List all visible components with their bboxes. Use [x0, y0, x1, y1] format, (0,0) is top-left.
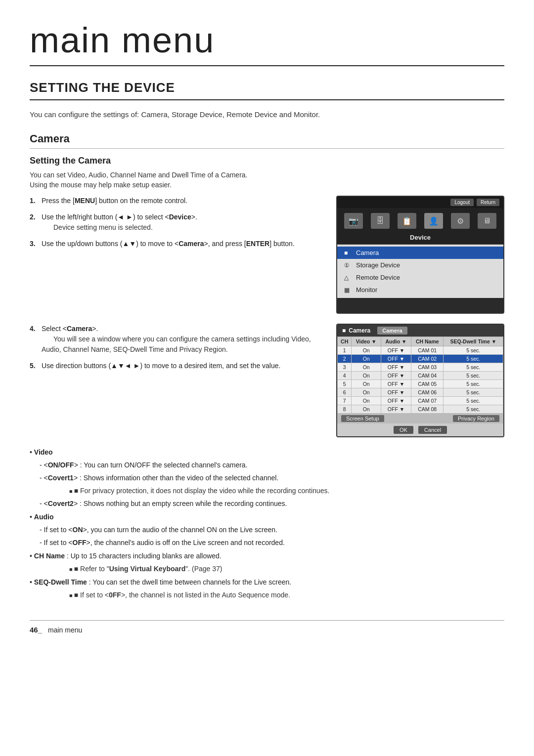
camera-screenshot-column: ■ Camera Camera CH Video ▼ Audio ▼ CH Na… [336, 324, 504, 437]
menu-item-remote[interactable]: △ Remote Device [337, 271, 503, 284]
camera-tab[interactable]: Camera [377, 327, 407, 335]
table-row: 2OnOFF ▼CAM 025 sec. [338, 355, 503, 363]
table-row: 8OnOFF ▼CAM 085 sec. [338, 405, 503, 414]
menu-item-monitor-label: Monitor [356, 286, 377, 294]
ok-button[interactable]: OK [394, 426, 413, 434]
monitor-menu-icon: ▦ [344, 287, 352, 294]
remote-menu-icon: △ [344, 274, 352, 281]
chname-bullet: • CH Name : Up to 15 characters includin… [30, 551, 504, 561]
monitor-icon: 🖥 [478, 213, 496, 229]
table-header-row: CH Video ▼ Audio ▼ CH Name SEQ-Dwell Tim… [338, 337, 503, 346]
doc-icon: 📋 [398, 213, 416, 229]
steps-4-5-list: 4. Select <Camera>. You will see a windo… [30, 324, 321, 371]
menu-item-remote-label: Remote Device [356, 274, 400, 281]
step-2: 2. Use the left/right button (◄ ►) to se… [30, 212, 321, 233]
col-ch: CH [338, 337, 352, 346]
step-4-sub: You will see a window where you can conf… [42, 335, 311, 353]
seqdwell-note: ■ If set to <0FF>, the channel is not li… [49, 590, 504, 600]
col-chname: CH Name [411, 337, 444, 346]
device-label: Device [337, 232, 503, 245]
camera-screenshot-header: ■ Camera Camera [337, 325, 503, 336]
camera-header-label: Camera [349, 327, 370, 334]
device-menu-items: ■ Camera ① Storage Device △ Remote Devic… [337, 245, 503, 298]
seqdwell-note-text: ■ If set to <0FF>, the channel is not li… [69, 590, 504, 600]
screenshot-column: Logout Return 📷 🗄 📋 👤 ⚙ 🖥 Device ■ Camer… [336, 196, 504, 314]
step-3: 3. Use the up/down buttons (▲▼) to move … [30, 239, 321, 249]
settings-icon: ⚙ [451, 213, 470, 229]
storage-menu-icon: ① [344, 262, 352, 269]
menu-item-monitor[interactable]: ▦ Monitor [337, 284, 503, 296]
page-footer: 46_ main menu [30, 620, 504, 634]
storage-icon: 🗄 [371, 213, 390, 229]
camera-desc2: Using the mouse may help make setup easi… [30, 181, 504, 189]
covert1-note: ■ For privacy protection, it does not di… [49, 486, 504, 496]
audio-bullet-header: • Audio [30, 512, 504, 522]
table-row: 3OnOFF ▼CAM 035 sec. [338, 363, 503, 372]
step-1: 1. Press the [MENU] button on the remote… [30, 196, 321, 206]
step4-column: 4. Select <Camera>. You will see a windo… [30, 324, 321, 437]
camera-footer: OK Cancel [337, 423, 503, 436]
table-row: 4OnOFF ▼CAM 045 sec. [338, 372, 503, 380]
chname-note: ■ Refer to "Using Virtual Keyboard". (Pa… [49, 564, 504, 574]
covert1-note-text: ■ For privacy protection, it does not di… [69, 486, 504, 496]
camera-icon: 📷 [344, 213, 363, 229]
menu-item-storage-label: Storage Device [356, 261, 400, 269]
step4-and-camera-screenshot: 4. Select <Camera>. You will see a windo… [30, 324, 504, 437]
page-number: 46_ [30, 626, 42, 634]
audio-on: - If set to <ON>, you can turn the audio… [40, 525, 504, 535]
audio-sub-bullets: - If set to <ON>, you can turn the audio… [40, 525, 504, 548]
menu-item-camera[interactable]: ■ Camera [337, 247, 503, 259]
step-4: 4. Select <Camera>. You will see a windo… [30, 324, 321, 355]
camera-settings-table: CH Video ▼ Audio ▼ CH Name SEQ-Dwell Tim… [337, 336, 503, 414]
screen-setup-button[interactable]: Screen Setup [341, 415, 384, 422]
camera-header-icon: ■ [342, 327, 346, 334]
steps-column: 1. Press the [MENU] button on the remote… [30, 196, 321, 314]
camera-action-buttons: OK Cancel [342, 426, 498, 434]
video-sub-bullets: - <ON/OFF> : You can turn ON/OFF the sel… [40, 460, 504, 509]
privacy-region-button[interactable]: Privacy Region [453, 415, 499, 422]
section-heading: SETTING THE DEVICE [30, 80, 504, 100]
setting-camera-heading: Setting the Camera [30, 156, 504, 166]
seqdwell-bullet: • SEQ-Dwell Time : You can set the dwell… [30, 577, 504, 588]
col-video: Video ▼ [352, 337, 381, 346]
person-icon: 👤 [424, 213, 443, 229]
menu-item-storage[interactable]: ① Storage Device [337, 259, 503, 271]
table-row: 7OnOFF ▼CAM 075 sec. [338, 397, 503, 405]
intro-text: You can configure the settings of: Camer… [30, 110, 504, 119]
screenshot-top-bar: Logout Return [337, 197, 503, 208]
table-row: 1OnOFF ▼CAM 015 sec. [338, 346, 503, 355]
video-on-off: - <ON/OFF> : You can turn ON/OFF the sel… [40, 460, 504, 470]
camera-section-heading: Camera [30, 132, 504, 149]
steps-list: 1. Press the [MENU] button on the remote… [30, 196, 321, 249]
logout-button[interactable]: Logout [450, 199, 474, 206]
video-bullet-header: • Video [30, 447, 504, 458]
chname-note-text: ■ Refer to "Using Virtual Keyboard". (Pa… [69, 564, 504, 574]
return-button[interactable]: Return [477, 199, 499, 206]
camera-menu-icon: ■ [344, 250, 352, 256]
footer-label: main menu [48, 626, 82, 634]
video-covert1: - <Covert1> : Shows information other th… [40, 473, 504, 483]
bullets-section: • Video - <ON/OFF> : You can turn ON/OFF… [30, 447, 504, 600]
camera-desc1: You can set Video, Audio, Channel Name a… [30, 171, 504, 179]
col-audio: Audio ▼ [381, 337, 411, 346]
table-row: 5OnOFF ▼CAM 055 sec. [338, 380, 503, 388]
menu-item-camera-label: Camera [356, 249, 379, 256]
step-5: 5. Use direction buttons (▲▼◄ ►) to move… [30, 361, 321, 371]
steps-and-device-screenshot: 1. Press the [MENU] button on the remote… [30, 196, 504, 314]
step-2-sub: Device setting menu is selected. [53, 223, 153, 231]
device-menu-screenshot: Logout Return 📷 🗄 📋 👤 ⚙ 🖥 Device ■ Camer… [336, 196, 504, 314]
camera-bottom-buttons: Screen Setup Privacy Region [337, 414, 503, 423]
audio-off: - If set to <OFF>, the channel's audio i… [40, 538, 504, 548]
device-icon-row: 📷 🗄 📋 👤 ⚙ 🖥 [337, 208, 503, 232]
video-covert2: - <Covert2> : Shows nothing but an empty… [40, 499, 504, 509]
table-row: 6OnOFF ▼CAM 065 sec. [338, 388, 503, 397]
page-title: main menu [30, 20, 504, 66]
col-seqdwell: SEQ-Dwell Time ▼ [444, 337, 503, 346]
camera-table-screenshot: ■ Camera Camera CH Video ▼ Audio ▼ CH Na… [336, 324, 504, 437]
cancel-button[interactable]: Cancel [418, 426, 447, 434]
